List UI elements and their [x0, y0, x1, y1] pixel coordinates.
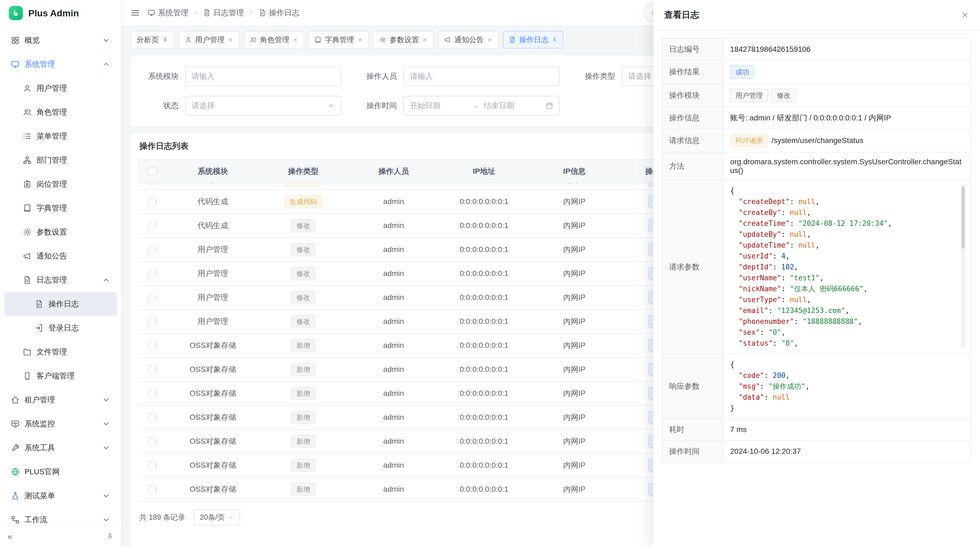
- sidebar-item-log-mgmt[interactable]: 日志管理: [4, 268, 117, 292]
- row-checkbox[interactable]: [148, 437, 157, 446]
- tab-dict-mgmt[interactable]: 字典管理: [309, 31, 369, 48]
- detail-value-cell: 7 ms: [724, 419, 971, 440]
- sidebar-nav: 概览系统管理用户管理角色管理菜单管理部门管理岗位管理字典管理参数设置通知公告日志…: [0, 26, 121, 525]
- badge-icon: [23, 180, 32, 188]
- doc-edit-icon: [35, 300, 43, 308]
- field-label: 操作类型: [577, 71, 615, 81]
- operation-type-tag: 新增: [291, 435, 315, 448]
- select-all-checkbox[interactable]: [148, 167, 157, 176]
- breadcrumb-item[interactable]: 操作日志: [259, 8, 299, 18]
- chevron-down-icon: [228, 514, 234, 520]
- operator-input[interactable]: [403, 67, 560, 86]
- sidebar-item-file-mgmt[interactable]: 文件管理: [4, 340, 117, 364]
- user-icon: [23, 84, 32, 92]
- sidebar-item-dept-mgmt[interactable]: 部门管理: [4, 148, 117, 172]
- sidebar-item-sys-tools[interactable]: 系统工具: [4, 436, 117, 460]
- system-module-input[interactable]: [185, 67, 341, 86]
- json-code: { "code": 200, "msg": "操作成功", "data": nu…: [730, 359, 956, 413]
- sidebar-item-login-log[interactable]: 登录日志: [4, 316, 117, 340]
- sidebar-item-menu-mgmt[interactable]: 菜单管理: [4, 124, 117, 148]
- row-checkbox[interactable]: [148, 341, 157, 350]
- row-checkbox[interactable]: [148, 365, 157, 374]
- system-module-input-field[interactable]: [192, 72, 335, 81]
- close-icon[interactable]: [293, 37, 298, 43]
- breadcrumb-item[interactable]: 系统管理: [148, 8, 188, 18]
- sidebar-item-overview[interactable]: 概览: [4, 28, 117, 52]
- tab-param-settings[interactable]: 参数设置: [373, 31, 434, 48]
- breadcrumb: 系统管理日志管理操作日志: [148, 8, 299, 18]
- status-select[interactable]: 请选择: [185, 96, 341, 115]
- result-badge: 成功: [730, 65, 755, 78]
- scrollbar[interactable]: [961, 185, 965, 349]
- detail-row-operation-time: 操作时间2024-10-06 12:20:37: [663, 441, 971, 462]
- cell-module: 用户管理: [168, 316, 258, 327]
- close-icon[interactable]: [358, 37, 363, 43]
- app-logo[interactable]: Plus Admin: [0, 0, 121, 26]
- sidebar-item-workflow[interactable]: 工作流: [4, 508, 117, 525]
- row-checkbox[interactable]: [148, 269, 157, 278]
- pin-icon[interactable]: [162, 37, 169, 43]
- users-icon: [250, 36, 257, 43]
- row-checkbox[interactable]: [148, 183, 157, 184]
- sidebar-item-tenant-mgmt[interactable]: 租户管理: [4, 388, 117, 412]
- sidebar-item-plus-site[interactable]: PLUS官网: [4, 460, 117, 484]
- row-checkbox[interactable]: [148, 245, 157, 254]
- scrollbar-thumb[interactable]: [961, 186, 965, 249]
- close-icon[interactable]: [487, 37, 492, 43]
- pin-sidebar-icon[interactable]: [106, 533, 114, 540]
- form-item-status: 状态请选择: [140, 96, 341, 115]
- tab-notice[interactable]: 通知公告: [438, 31, 498, 48]
- cell-ip-info: 内网IP: [529, 244, 620, 255]
- operator-input-field[interactable]: [410, 72, 553, 81]
- tab-role-mgmt[interactable]: 角色管理: [243, 31, 304, 48]
- sidebar-item-sys-monitor[interactable]: 系统监控: [4, 412, 117, 436]
- row-checkbox[interactable]: [148, 317, 157, 326]
- sidebar-item-user-mgmt[interactable]: 用户管理: [4, 76, 117, 100]
- sidebar-item-post-mgmt[interactable]: 岗位管理: [4, 172, 117, 196]
- tab-user-mgmt[interactable]: 用户管理: [179, 31, 239, 48]
- row-checkbox[interactable]: [148, 413, 157, 422]
- flask-icon: [11, 491, 20, 500]
- hamburger-icon[interactable]: [130, 8, 140, 18]
- sidebar-item-system-mgmt[interactable]: 系统管理: [4, 52, 117, 76]
- page-size-select[interactable]: 20条/页: [194, 509, 240, 525]
- cell-operator: admin: [348, 293, 439, 302]
- detail-label: 请求信息: [663, 129, 724, 152]
- cell-ip: 0:0:0:0:0:0:0:1: [439, 293, 529, 302]
- close-icon[interactable]: [961, 11, 969, 19]
- gear-icon: [23, 228, 32, 236]
- cell-module: OSS对象存储: [168, 388, 258, 399]
- collapse-sidebar-icon[interactable]: «: [8, 532, 12, 541]
- row-checkbox[interactable]: [148, 485, 157, 494]
- row-checkbox[interactable]: [148, 221, 157, 230]
- sidebar-item-dict-mgmt[interactable]: 字典管理: [4, 196, 117, 220]
- form-item-operator: 操作人员: [359, 67, 560, 86]
- chevron-down-icon: [102, 36, 111, 45]
- sidebar-item-notice[interactable]: 通知公告: [4, 244, 117, 268]
- cell-ip-info: 内网IP: [529, 412, 620, 423]
- doc-edit-icon: [259, 9, 266, 17]
- detail-row-request: 请求信息PUT请求/system/user/changeStatus: [663, 129, 971, 153]
- book-icon: [314, 36, 321, 43]
- sidebar-item-role-mgmt[interactable]: 角色管理: [4, 100, 117, 124]
- sidebar-item-client-mgmt[interactable]: 客户端管理: [4, 364, 117, 388]
- column-header: 操作人员: [348, 166, 439, 177]
- sidebar-item-oper-log[interactable]: 操作日志: [4, 292, 117, 316]
- breadcrumb-item[interactable]: 日志管理: [203, 8, 244, 18]
- sidebar-item-param-settings[interactable]: 参数设置: [4, 220, 117, 244]
- row-checkbox[interactable]: [148, 461, 157, 470]
- row-checkbox[interactable]: [148, 389, 157, 398]
- tab-analysis[interactable]: 分析页: [130, 31, 175, 48]
- close-icon[interactable]: [228, 37, 233, 43]
- operation-type-tag: 修改: [291, 267, 315, 280]
- row-checkbox[interactable]: [148, 293, 157, 302]
- detail-value-cell: PUT请求/system/user/changeStatus: [724, 129, 971, 152]
- sidebar-item-test-menu[interactable]: 测试菜单: [4, 484, 117, 508]
- close-icon[interactable]: [552, 37, 557, 43]
- detail-value-cell: { "code": 200, "msg": "操作成功", "data": nu…: [724, 354, 971, 418]
- screen: Plus Admin 概览系统管理用户管理角色管理菜单管理部门管理岗位管理字典管…: [0, 0, 980, 547]
- tab-oper-log[interactable]: 操作日志: [503, 31, 563, 48]
- row-checkbox[interactable]: [148, 197, 157, 206]
- operation-time-daterange[interactable]: 开始日期→结束日期: [403, 96, 560, 115]
- close-icon[interactable]: [422, 37, 428, 43]
